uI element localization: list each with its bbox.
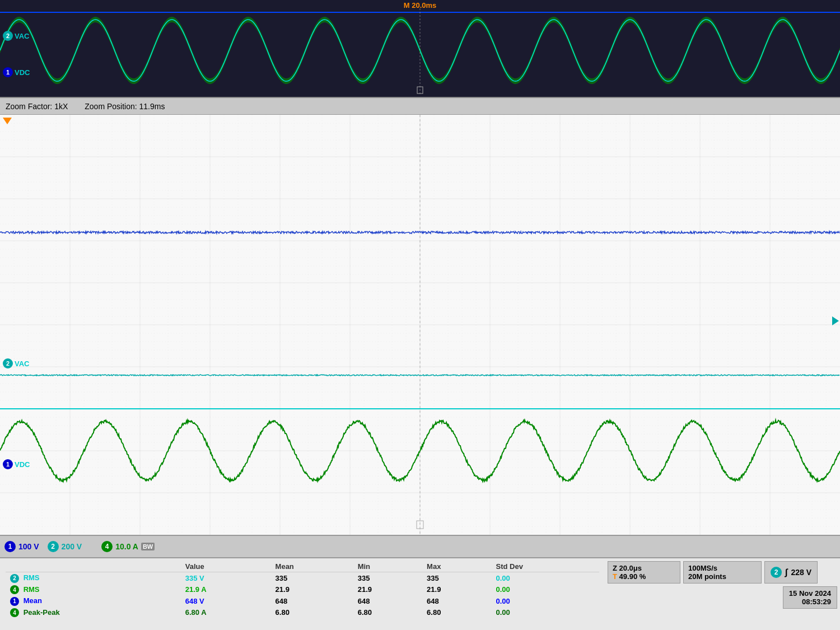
meas-value-1: 21.9 A bbox=[181, 584, 271, 596]
meas-col-empty bbox=[6, 561, 181, 572]
zoom-factor: Zoom Factor: 1kX bbox=[6, 102, 68, 111]
meas-col-std: Std Dev bbox=[492, 561, 599, 572]
zoom-info-bar: Zoom Factor: 1kX Zoom Position: 11.9ms bbox=[0, 98, 840, 115]
ch2-sig-panel: 2 ∫ 228 V bbox=[764, 561, 818, 584]
ch1-scale: 100 V bbox=[18, 542, 39, 551]
right-arrow-indicator bbox=[832, 316, 839, 325]
ch1-label-main: VDC bbox=[15, 460, 30, 469]
ch2-circle-badge: 2 bbox=[48, 541, 59, 552]
ch4-info: 4 10.0 A BW bbox=[101, 541, 155, 552]
meas-row-0: 2 RMS 335 V 335 335 335 0.00 bbox=[6, 572, 599, 584]
main-canvas bbox=[0, 115, 840, 535]
sample-points: 20M points bbox=[688, 572, 757, 581]
meas-mean-0: 335 bbox=[271, 572, 353, 584]
ch2-scale: 200 V bbox=[62, 542, 82, 551]
meas-mean-3: 6.80 bbox=[271, 607, 353, 619]
overview-canvas bbox=[0, 0, 840, 98]
meas-max-0: 335 bbox=[422, 572, 491, 584]
main-waveform-area: 2 VAC 1 VDC bbox=[0, 115, 840, 535]
ch1-badge-overview: 1 bbox=[3, 67, 13, 77]
meas-row-1: 4 RMS 21.9 A 21.9 21.9 21.9 0.00 bbox=[6, 584, 599, 596]
sample-rate: 100MS/s bbox=[688, 564, 757, 572]
meas-max-1: 21.9 bbox=[422, 584, 491, 596]
sample-panel: 100MS/s 20M points bbox=[683, 561, 762, 584]
ch2-label-overview: VAC bbox=[15, 32, 29, 40]
meas-min-1: 21.9 bbox=[353, 584, 422, 596]
z-value: Z 20.0μs bbox=[613, 564, 675, 572]
date-value: 15 Nov 2024 bbox=[789, 589, 831, 598]
meas-row-2: 1 Mean 648 V 648 648 648 0.00 bbox=[6, 595, 599, 607]
meas-max-2: 648 bbox=[422, 595, 491, 607]
meas-label-0: 2 RMS bbox=[6, 572, 181, 584]
bottom-channel-bar: 1 100 V 2 200 V 4 10.0 A BW bbox=[0, 535, 840, 557]
meas-col-value: Value bbox=[181, 561, 271, 572]
panel-row-2: 15 Nov 2024 08:53:29 bbox=[608, 586, 837, 609]
meas-min-2: 648 bbox=[353, 595, 422, 607]
meas-std-0: 0.00 bbox=[492, 572, 599, 584]
meas-std-2: 0.00 bbox=[492, 595, 599, 607]
meas-value-0: 335 V bbox=[181, 572, 271, 584]
zoom-position: Zoom Position: 11.9ms bbox=[85, 102, 165, 111]
meas-label-2: 1 Mean bbox=[6, 595, 181, 607]
meas-min-3: 6.80 bbox=[353, 607, 422, 619]
right-info-panels: Z 20.0μs T 49.90 % 100MS/s 20M points 2 … bbox=[605, 558, 840, 630]
ch4-circle-badge: 4 bbox=[101, 541, 113, 552]
ch2-badge-overview: 2 bbox=[3, 31, 13, 41]
ch1-label-overview: VDC bbox=[15, 68, 30, 77]
sig-value: 228 V bbox=[791, 568, 811, 577]
ch2-info: 2 200 V bbox=[48, 541, 82, 552]
overview-waveform: M 20.0ms 2 VAC 1 VDC bbox=[0, 0, 840, 98]
z-percent-value: 49.90 % bbox=[619, 572, 646, 581]
time-value: 08:53:29 bbox=[789, 598, 831, 606]
meas-label-1: 4 RMS bbox=[6, 584, 181, 596]
meas-col-max: Max bbox=[422, 561, 491, 572]
meas-mean-1: 21.9 bbox=[271, 584, 353, 596]
meas-col-min: Min bbox=[353, 561, 422, 572]
z-percent-T: T bbox=[613, 572, 617, 581]
time-marker-label: M 20.0ms bbox=[404, 1, 437, 10]
meas-min-0: 335 bbox=[353, 572, 422, 584]
trigger-marker-main bbox=[3, 118, 12, 124]
meas-value-2: 648 V bbox=[181, 595, 271, 607]
meas-col-mean: Mean bbox=[271, 561, 353, 572]
meas-row-3: 4 Peak-Peak 6.80 A 6.80 6.80 6.80 0.00 bbox=[6, 607, 599, 619]
oscilloscope-display: M 20.0ms 2 VAC 1 VDC Zoom Factor: 1kX Zo… bbox=[0, 0, 840, 630]
sig-symbol: ∫ bbox=[785, 567, 787, 577]
measurements-area: Value Mean Min Max Std Dev 2 RMS 335 V 3… bbox=[0, 557, 840, 630]
ch1-circle-badge: 1 bbox=[4, 541, 16, 552]
z-percent: T 49.90 % bbox=[613, 572, 675, 581]
z-panel: Z 20.0μs T 49.90 % bbox=[608, 561, 680, 584]
ch2-badge-main: 2 bbox=[3, 358, 13, 368]
bw-badge: BW bbox=[141, 543, 155, 550]
meas-max-3: 6.80 bbox=[422, 607, 491, 619]
panel-row-1: Z 20.0μs T 49.90 % 100MS/s 20M points 2 … bbox=[608, 561, 837, 584]
meas-value-3: 6.80 A bbox=[181, 607, 271, 619]
ch2-label-main: VAC bbox=[15, 360, 29, 368]
meas-std-1: 0.00 bbox=[492, 584, 599, 596]
meas-label-3: 4 Peak-Peak bbox=[6, 607, 181, 619]
meas-mean-2: 648 bbox=[271, 595, 353, 607]
ch1-info: 1 100 V bbox=[4, 541, 39, 552]
meas-data-table: Value Mean Min Max Std Dev 2 RMS 335 V 3… bbox=[6, 561, 599, 618]
meas-std-3: 0.00 bbox=[492, 607, 599, 619]
measurements-table: Value Mean Min Max Std Dev 2 RMS 335 V 3… bbox=[0, 558, 605, 630]
ch4-scale: 10.0 A bbox=[115, 542, 138, 551]
ch1-badge-main: 1 bbox=[3, 459, 13, 469]
date-time-panel: 15 Nov 2024 08:53:29 bbox=[783, 586, 837, 609]
ch2-sig-badge: 2 bbox=[771, 567, 782, 578]
